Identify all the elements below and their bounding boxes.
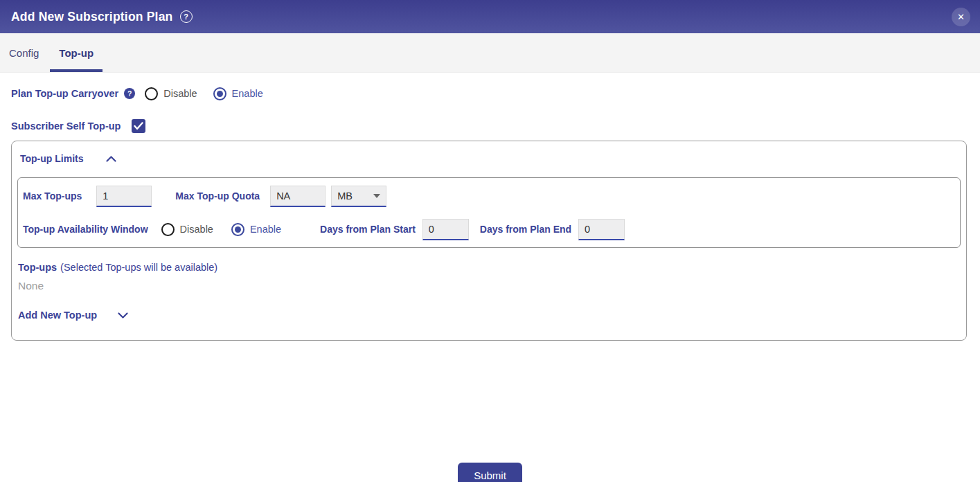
limits-row-1: Max Top-ups Max Top-up Quota MB: [23, 184, 954, 208]
submit-button[interactable]: Submit: [458, 463, 522, 482]
quota-unit-select[interactable]: MB: [331, 186, 386, 207]
submit-row: Submit: [0, 463, 980, 482]
topups-selected-value: None: [18, 280, 961, 292]
check-icon: [134, 122, 143, 130]
availability-radio-disable[interactable]: Disable: [161, 223, 213, 236]
max-quota-label: Max Top-up Quota: [175, 190, 260, 202]
expand-toggle[interactable]: [118, 312, 128, 319]
radio-circle-icon: [145, 87, 158, 100]
max-quota-input[interactable]: [270, 186, 326, 207]
max-topups-input[interactable]: [96, 186, 152, 207]
radio-circle-icon: [231, 223, 244, 236]
radio-label: Disable: [180, 224, 213, 235]
collapse-toggle[interactable]: [106, 156, 116, 162]
quota-unit-value: MB: [337, 190, 353, 202]
tab-topup[interactable]: Top-up: [50, 33, 103, 72]
radio-circle-icon: [161, 223, 175, 236]
days-start-label: Days from Plan Start: [320, 224, 416, 235]
self-topup-row: Subscriber Self Top-up: [11, 118, 980, 134]
radio-label: Enable: [232, 88, 263, 99]
radio-label: Disable: [163, 88, 197, 99]
add-new-topup-label: Add New Top-up: [18, 310, 97, 321]
dialog-title: Add New Subscription Plan: [11, 10, 173, 24]
tab-content: Plan Top-up Carryover ? Disable Enable S…: [0, 84, 980, 482]
carryover-row: Plan Top-up Carryover ? Disable Enable: [11, 84, 980, 102]
dropdown-caret-icon: [373, 194, 380, 198]
topup-limits-title: Top-up Limits: [20, 153, 84, 164]
tab-config[interactable]: Config: [0, 33, 48, 72]
topups-label: Top-ups: [18, 262, 57, 273]
max-topups-label: Max Top-ups: [23, 190, 82, 202]
header-help-icon[interactable]: ?: [180, 10, 193, 23]
topups-hint: (Selected Top-ups will be available): [60, 262, 217, 273]
days-end-label: Days from Plan End: [480, 224, 571, 235]
topups-label-row: Top-ups(Selected Top-ups will be availab…: [18, 262, 961, 273]
close-icon[interactable]: ✕: [952, 8, 970, 26]
add-new-topup-row[interactable]: Add New Top-up: [18, 308, 961, 322]
carryover-label: Plan Top-up Carryover: [11, 88, 118, 99]
availability-radio-enable[interactable]: Enable: [231, 223, 281, 236]
topup-limits-header: Top-up Limits: [20, 151, 961, 166]
topup-limits-panel: Top-up Limits Max Top-ups Max Top-up Quo…: [11, 141, 967, 341]
tab-bar: Config Top-up: [0, 33, 980, 73]
self-topup-label: Subscriber Self Top-up: [11, 120, 121, 132]
availability-label: Top-up Availability Window: [23, 224, 148, 235]
days-start-input[interactable]: [422, 219, 469, 240]
carryover-radio-enable[interactable]: Enable: [213, 87, 263, 100]
dialog-header: Add New Subscription Plan ? ✕: [0, 0, 980, 33]
chevron-up-icon: [106, 156, 116, 162]
chevron-down-icon: [118, 312, 128, 319]
carryover-radio-disable[interactable]: Disable: [145, 87, 197, 100]
limits-row-2: Top-up Availability Window Disable Enabl…: [23, 217, 954, 242]
radio-circle-icon: [213, 87, 226, 100]
days-end-input[interactable]: [578, 219, 625, 240]
self-topup-checkbox[interactable]: [132, 119, 145, 133]
radio-label: Enable: [250, 224, 281, 235]
limits-inner-box: Max Top-ups Max Top-up Quota MB Top-up A…: [17, 177, 961, 248]
add-subscription-plan-dialog: Add New Subscription Plan ? ✕ Config Top…: [0, 0, 980, 482]
carryover-help-icon[interactable]: ?: [124, 88, 135, 99]
